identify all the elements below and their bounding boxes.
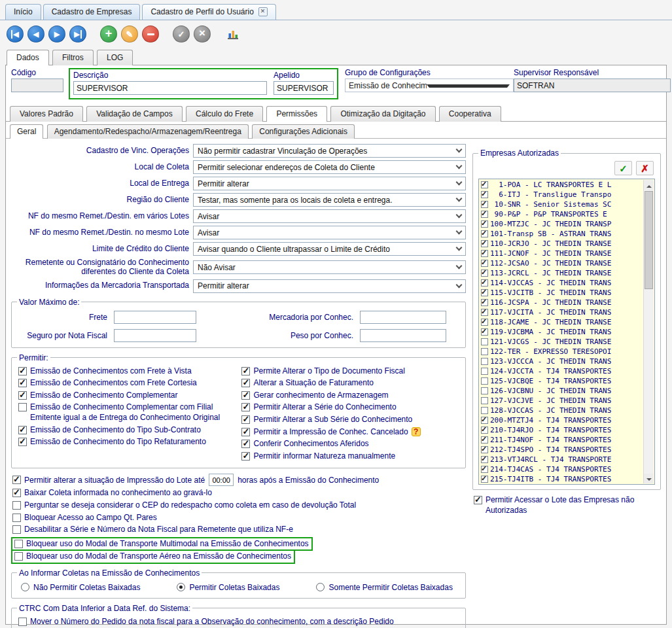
next-record-button[interactable] (48, 26, 65, 43)
company-checkbox[interactable] (481, 397, 488, 404)
tab[interactable]: Dados (7, 50, 49, 65)
scroll-up-arrow[interactable] (644, 180, 654, 190)
checkbox-row[interactable]: Bloquear Acesso ao Campo Qt. Pares ? (11, 513, 466, 523)
company-row[interactable]: 117-VJCITA - JC THEDIN TRANS (480, 307, 643, 317)
checkbox-row[interactable]: Permitir informar Natureza manualmente ? (240, 451, 459, 462)
dropdown-select[interactable]: Permitir alterar (193, 177, 466, 190)
company-row[interactable]: 118-JCAME - JC THEDIN TRANSE (480, 317, 643, 327)
tab[interactable]: Filtros (52, 50, 94, 65)
peso-input[interactable] (360, 329, 446, 342)
checkbox-row[interactable]: Perguntar se deseja considerar o CEP do … (11, 500, 466, 511)
dropdown-select[interactable]: Testar, mas somente para os locais de co… (193, 193, 466, 207)
checkbox[interactable] (241, 391, 250, 400)
company-row[interactable]: 127-VJCJVE - JC THEDIN TRANS (480, 396, 643, 406)
mercadoria-input[interactable] (360, 311, 446, 324)
add-record-button[interactable] (100, 26, 117, 43)
company-row[interactable]: 116-JCSPA - JC THEDIN TRANSE (480, 298, 643, 307)
company-row[interactable]: 111-JCNOF - JC THEDIN TRANSE (480, 249, 643, 258)
confirm-button[interactable] (173, 26, 190, 43)
company-checkbox[interactable] (481, 368, 488, 375)
tab[interactable]: Cálculo do Frete (186, 106, 263, 122)
tab[interactable]: Cooperativa (439, 106, 501, 122)
company-row[interactable]: 100-MTZJC - JC THEDIN TRANSP (480, 219, 643, 229)
company-row[interactable]: 126-VJCBNU - JC THEDIN TRANS (480, 386, 643, 396)
apelido-input[interactable] (274, 81, 334, 95)
company-row[interactable]: 125-VJCBQE - TJ4 TRANSPORTES (480, 376, 643, 386)
checkbox[interactable] (241, 367, 250, 375)
tab[interactable]: Agendamento/Redespacho/Armazenagem/Reent… (47, 124, 249, 139)
company-row[interactable]: 200-MTZTJ4 - TJ4 TRANSPORTES (480, 415, 643, 425)
checkbox-row[interactable]: Emissão de Conhecimento Complementar ? (17, 391, 236, 401)
company-checkbox[interactable] (481, 230, 488, 237)
checkbox-row[interactable]: Emissão de Conhecimentos com Frete à Vis… (17, 366, 236, 377)
checkbox-row[interactable]: Permitir a Impressão de Conhec. Cancelad… (240, 427, 459, 438)
company-checkbox[interactable] (481, 387, 488, 394)
checkbox[interactable] (241, 440, 250, 448)
company-row[interactable]: 112-JCSAO - JC THEDIN TRANSE (480, 258, 643, 268)
company-row[interactable]: 213-VTJ4RCL - TJ4 TRANSPORTE (480, 455, 643, 464)
tab[interactable]: LOG (97, 50, 133, 65)
checkbox[interactable] (12, 501, 21, 510)
edit-record-button[interactable] (121, 26, 138, 43)
company-row[interactable]: 113-JCRCL - JC THEDIN TRANSE (480, 268, 643, 278)
company-checkbox[interactable] (481, 220, 488, 228)
window-tab[interactable]: Cadastro de Perfil do Usuário (142, 4, 275, 20)
lote-time-input[interactable] (209, 474, 234, 486)
checkbox[interactable] (18, 618, 27, 626)
company-row[interactable]: 119-VJCBMA - JC THEDIN TRANS (480, 327, 643, 337)
company-row[interactable]: 214-TJ4CAS - TJ4 TRANSPORTES (480, 464, 643, 474)
supervisor-input[interactable] (514, 78, 671, 92)
checkbox[interactable] (241, 415, 250, 424)
company-checkbox[interactable] (481, 377, 488, 385)
checkbox-row[interactable]: Permitir Alterar a Série do Conhecimento… (240, 402, 459, 413)
checkbox[interactable] (241, 452, 250, 461)
company-checkbox[interactable] (481, 446, 488, 453)
company-row[interactable]: 90-P&P - P&P TRANSPORTES E (480, 209, 643, 219)
company-row[interactable]: 114-VJCCAS - JC THEDIN TRANS (480, 278, 643, 288)
tab[interactable]: Configurações Adicionais (252, 124, 355, 139)
company-checkbox[interactable] (481, 211, 488, 218)
window-tab[interactable]: Cadastro de Empresas (43, 4, 141, 20)
cancel-button[interactable] (194, 26, 211, 43)
checkbox-row[interactable]: Bloquear uso do Modal de Transporte Aére… (11, 550, 295, 564)
checkbox-row[interactable]: Permitir Alterar a Sub Série do Conhecim… (240, 415, 459, 425)
company-row[interactable]: 115-VJCITB - JC THEDIN TRANS (480, 288, 643, 298)
checkbox[interactable] (12, 514, 21, 522)
company-checkbox[interactable] (481, 476, 488, 483)
checkbox-row[interactable]: Emissão de Conhecimentos com Frete Corte… (17, 378, 236, 389)
radio-button[interactable] (316, 583, 325, 591)
company-checkbox[interactable] (481, 466, 488, 473)
company-row[interactable]: 6-ITJ - Transligue Transpo (480, 190, 643, 200)
lote-impressao-row[interactable]: Permitir alterar a situação de Impressão… (11, 474, 466, 486)
checkbox[interactable] (18, 391, 27, 400)
first-record-button[interactable] (7, 26, 24, 43)
company-checkbox[interactable] (481, 201, 488, 208)
checkbox[interactable] (12, 525, 21, 534)
tab[interactable]: Valores Padrão (10, 106, 83, 122)
descricao-input[interactable] (73, 81, 267, 95)
company-checkbox[interactable] (481, 358, 488, 365)
checkbox-row[interactable]: Conferir Conhecimentos Aferidos ? (240, 439, 459, 449)
company-checkbox[interactable] (481, 417, 488, 424)
checkbox[interactable] (241, 428, 250, 436)
company-checkbox[interactable] (481, 299, 488, 306)
company-checkbox[interactable] (481, 309, 488, 316)
frete-input[interactable] (114, 311, 196, 324)
company-row[interactable]: 215-TJ4ITB - TJ4 TRANSPORTES (480, 474, 643, 483)
checkbox[interactable] (18, 438, 27, 446)
company-checkbox[interactable] (481, 279, 488, 287)
dropdown-select[interactable]: Avisar (193, 226, 466, 239)
company-checkbox[interactable] (481, 270, 488, 277)
codigo-input[interactable] (11, 78, 63, 92)
dropdown-select[interactable]: Não Avisar (193, 260, 466, 274)
tab[interactable]: Validação de Campos (86, 106, 183, 122)
checkbox-row[interactable]: Gerar conhecimento de Armazenagem ? (240, 391, 459, 401)
tab[interactable]: Otimização da Digitação (330, 106, 435, 122)
radio-button[interactable] (21, 583, 29, 591)
checkbox-row[interactable]: Emissão de Conhecimento do Tipo Sub-Cont… (17, 425, 236, 436)
company-checkbox[interactable] (481, 456, 488, 463)
company-row[interactable]: 124-VJCCTA - TJ4 TRANSPORTES (480, 366, 643, 376)
company-row[interactable]: 121-VJCGS - JC THEDIN TRANSE (480, 337, 643, 347)
checkbox[interactable] (18, 367, 27, 375)
scroll-down-arrow[interactable] (644, 474, 654, 483)
